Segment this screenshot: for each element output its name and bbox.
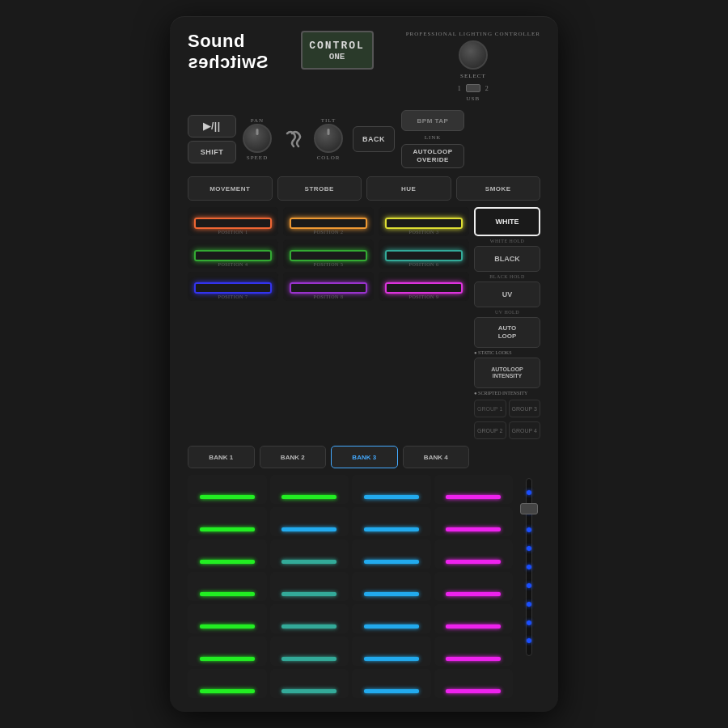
bank1-button[interactable]: BANK 1 xyxy=(188,446,255,468)
bank4-button[interactable]: BANK 4 xyxy=(403,446,470,468)
scene-grid-area xyxy=(188,475,513,698)
lcd-line2: ONE xyxy=(329,52,345,61)
movement-button[interactable]: MOVEMENT xyxy=(188,176,273,201)
group1-button[interactable]: GROUP 1 xyxy=(474,400,506,417)
bank3-button[interactable]: BANK 3 xyxy=(331,446,398,468)
position-6-label: POSITION 6 xyxy=(409,262,439,267)
tilt-knob[interactable] xyxy=(314,124,343,153)
position-4-pad[interactable]: POSITION 4 xyxy=(188,239,278,269)
scene-row-1 xyxy=(188,475,513,504)
scene-pad-5-1[interactable] xyxy=(188,604,267,633)
scene-pad-5-3[interactable] xyxy=(352,604,431,633)
scene-pad-7-1[interactable] xyxy=(188,669,267,698)
scene-pad-3-4[interactable] xyxy=(434,540,514,569)
usb-port2-label: 2 xyxy=(485,85,489,92)
scene-row-6 xyxy=(188,637,513,666)
white-button[interactable]: WHITE xyxy=(474,207,540,236)
scene-pad-5-2[interactable] xyxy=(270,604,349,633)
brand-sound: Sound xyxy=(188,31,245,52)
fader-handle[interactable] xyxy=(520,503,538,514)
position-8-pad[interactable]: POSITION 8 xyxy=(283,272,374,301)
back-button[interactable]: BACK xyxy=(353,126,395,152)
right-panel: PROFESSIONAL LIGHTING CONTROLLER SELECT … xyxy=(406,31,540,102)
pro-label: PROFESSIONAL LIGHTING CONTROLLER xyxy=(406,31,540,37)
play-pause-button[interactable]: ▶/|| xyxy=(188,115,236,138)
position-1-pad[interactable]: POSITION 1 xyxy=(188,207,278,236)
position-9-pad[interactable]: POSITION 9 xyxy=(379,272,469,301)
special-buttons: WHITE WHITE HOLD BLACK BLACK HOLD UV UV … xyxy=(474,207,540,439)
scene-pad-7-4[interactable] xyxy=(434,669,514,698)
select-knob[interactable] xyxy=(459,40,488,70)
scene-pad-3-2[interactable] xyxy=(270,540,349,569)
position-2-pad[interactable]: POSITION 2 xyxy=(283,207,374,236)
scene-pad-1-2[interactable] xyxy=(270,475,349,504)
shift-button[interactable]: SHIFT xyxy=(188,141,236,163)
position-7-pad[interactable]: POSITION 7 xyxy=(188,272,278,301)
group3-button[interactable]: GROUP 3 xyxy=(509,400,541,417)
scene-pad-4-3[interactable] xyxy=(352,572,431,601)
scene-row-7 xyxy=(188,669,513,698)
scene-pad-7-3[interactable] xyxy=(352,669,431,698)
bank-row: BANK 1 BANK 2 BANK 3 BANK 4 xyxy=(188,446,540,468)
scene-pad-1-3[interactable] xyxy=(352,475,431,504)
scene-pad-3-1[interactable] xyxy=(188,540,267,569)
group2-button[interactable]: GROUP 2 xyxy=(474,421,506,439)
header: Sound Switches CONTROL ONE PROFESSIONAL … xyxy=(188,31,540,102)
scene-pad-2-3[interactable] xyxy=(352,507,431,536)
fader-track[interactable] xyxy=(526,478,532,656)
position-4-label: POSITION 4 xyxy=(218,262,248,267)
fader-led-5 xyxy=(527,565,531,569)
scene-pad-5-4[interactable] xyxy=(434,604,514,633)
usb-row: 1 2 xyxy=(458,84,489,92)
pan-knob[interactable] xyxy=(243,124,272,153)
scene-pad-1-1[interactable] xyxy=(188,475,267,504)
position-1-label: POSITION 1 xyxy=(218,230,248,235)
speed-label: SPEED xyxy=(247,154,268,161)
usb-port1-label: 1 xyxy=(458,85,461,92)
smoke-button[interactable]: SMOKE xyxy=(456,176,541,201)
group-buttons: GROUP 1 GROUP 3 GROUP 2 GROUP 4 xyxy=(474,400,540,439)
select-label: SELECT xyxy=(460,73,486,79)
scene-pad-1-4[interactable] xyxy=(434,475,514,504)
scene-pad-2-1[interactable] xyxy=(188,507,267,536)
transport-row: ▶/|| SHIFT PAN SPEED TILT COLOR BACK xyxy=(188,110,540,168)
scene-pad-4-2[interactable] xyxy=(270,572,349,601)
scene-row-5 xyxy=(188,604,513,633)
scene-pad-2-2[interactable] xyxy=(270,507,349,536)
scene-pad-6-2[interactable] xyxy=(270,637,349,666)
display-area: CONTROL ONE xyxy=(301,31,374,70)
fader-led-8 xyxy=(527,620,531,625)
black-hold-label: BLACK HOLD xyxy=(474,274,540,279)
group4-button[interactable]: GROUP 4 xyxy=(509,421,541,439)
function-buttons-row: MOVEMENT STROBE HUE SMOKE xyxy=(188,176,540,201)
position-row-1: POSITION 1 POSITION 2 POSITION 3 xyxy=(188,207,469,236)
strobe-button[interactable]: STROBE xyxy=(277,176,362,201)
auto-loop-button[interactable]: AUTO LOOP xyxy=(474,317,540,348)
position-6-pad[interactable]: POSITION 6 xyxy=(379,239,469,269)
tilt-label: TILT xyxy=(321,117,336,124)
hue-button[interactable]: HUE xyxy=(366,176,451,201)
fader-led-4 xyxy=(527,546,531,551)
bpm-tap-button[interactable]: BPM TAP xyxy=(401,110,464,131)
scene-pad-6-1[interactable] xyxy=(188,637,267,666)
scene-pad-4-1[interactable] xyxy=(188,572,267,601)
position-5-label: POSITION 5 xyxy=(314,262,344,267)
position-2-label: POSITION 2 xyxy=(314,230,344,235)
position-5-pad[interactable]: POSITION 5 xyxy=(283,239,374,269)
bank2-button[interactable]: BANK 2 xyxy=(260,446,327,468)
black-button[interactable]: BLACK xyxy=(474,246,540,272)
position-3-pad[interactable]: POSITION 3 xyxy=(379,207,469,236)
scene-pad-6-3[interactable] xyxy=(352,637,431,666)
position-row-2: POSITION 4 POSITION 5 POSITION 6 xyxy=(188,239,469,269)
right-buttons: BPM TAP LINK AUTOLOOP OVERIDE xyxy=(401,110,464,168)
scene-pad-6-4[interactable] xyxy=(434,637,514,666)
scene-pad-4-4[interactable] xyxy=(434,572,514,601)
scene-pad-2-4[interactable] xyxy=(434,507,514,536)
fader-led-9 xyxy=(527,638,531,643)
scene-row-2 xyxy=(188,507,513,536)
uv-button[interactable]: UV xyxy=(474,281,540,307)
autoloop-override-button[interactable]: AUTOLOOP OVERIDE xyxy=(401,144,464,168)
scene-pad-7-2[interactable] xyxy=(270,669,349,698)
autoloop-intensity-button[interactable]: AUTOLOOP INTENSITY xyxy=(474,358,540,388)
scene-pad-3-3[interactable] xyxy=(352,540,431,569)
